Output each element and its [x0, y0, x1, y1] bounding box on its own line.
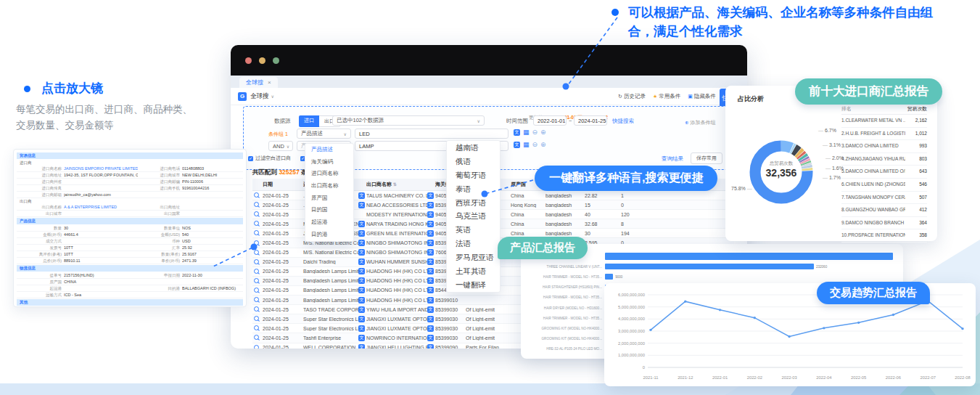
datasource-select[interactable]: 已选中102个数据源 ∨	[332, 115, 485, 126]
translate-icon[interactable]: 文	[358, 202, 366, 208]
hide-conditions-button[interactable]: ▣隐藏条件	[688, 93, 716, 100]
quick-search-link[interactable]: 快捷搜索	[612, 118, 634, 125]
magnifier-icon[interactable]	[252, 306, 263, 312]
language-option-item[interactable]: 葡萄牙语	[447, 168, 500, 182]
language-option-item[interactable]: 土耳其语	[447, 264, 500, 278]
field-option-item[interactable]: 出口商名称	[305, 180, 353, 192]
favorite-conditions-button[interactable]: ★常用条件	[653, 93, 680, 100]
magnifier-icon[interactable]	[252, 221, 263, 227]
translate-icon[interactable]: 文	[358, 277, 366, 284]
ranking-row[interactable]: 7.TANGSHAN MONOPY CERA...507	[841, 192, 927, 205]
translate-icon[interactable]: 文	[358, 344, 366, 349]
translate-icon[interactable]: 文	[427, 316, 435, 322]
magnifier-icon[interactable]	[252, 211, 263, 217]
language-option-item[interactable]: 一键翻译	[447, 278, 500, 292]
field-option-item[interactable]: 目的国	[305, 204, 353, 216]
add-condition-group-button[interactable]: ⊕ 添加条件组	[685, 119, 716, 126]
translate-icon[interactable]: 文	[358, 249, 366, 256]
field-option-item[interactable]: 起运港	[305, 216, 353, 229]
remove-condition-icon[interactable]: ⊖	[532, 129, 538, 136]
language-option-item[interactable]: 越南语	[447, 141, 500, 155]
translate-icon[interactable]: 文	[427, 335, 435, 341]
field-option-item[interactable]: 原产国	[305, 192, 353, 205]
language-option-item[interactable]: 法语	[447, 237, 500, 251]
translate-icon[interactable]: 文	[427, 192, 435, 199]
translate-icon[interactable]: 文	[358, 192, 366, 199]
translate-icon[interactable]: 文	[427, 230, 435, 237]
ranking-row[interactable]: 2.H.U.B. FREIGHT & LOGISTI...1,012	[841, 128, 927, 141]
grid-icon[interactable]: ▦	[523, 129, 530, 136]
minimize-window-icon[interactable]	[259, 57, 265, 64]
translate-icon[interactable]: 文	[427, 268, 435, 274]
translate-icon[interactable]: 文	[427, 287, 435, 293]
translate-icon[interactable]: 文	[427, 258, 435, 265]
add-condition-icon[interactable]: ⊕	[540, 142, 546, 148]
magnifier-icon[interactable]	[252, 250, 263, 256]
translate-icon[interactable]: 文	[427, 277, 435, 284]
translate-icon[interactable]: 文	[358, 287, 366, 293]
magnifier-icon[interactable]	[252, 278, 263, 284]
magnifier-icon[interactable]	[252, 345, 263, 349]
translate-icon[interactable]: 文	[358, 221, 366, 227]
ranking-row[interactable]: 3.DAMCO CHINA LIMITED993	[841, 140, 927, 153]
data-point[interactable]	[684, 300, 686, 302]
tab-global-search[interactable]: 全球搜 ×	[239, 77, 278, 88]
magnifier-icon[interactable]	[252, 316, 263, 322]
magnifier-icon[interactable]	[252, 269, 263, 274]
keyword-input-1[interactable]: LED	[355, 129, 508, 139]
data-point[interactable]	[892, 314, 894, 316]
translate-icon[interactable]: 文	[358, 325, 366, 332]
magnifier-icon[interactable]	[252, 325, 263, 331]
remove-condition-icon[interactable]: ⊖	[532, 142, 538, 148]
save-favorite-button[interactable]: 保存常用	[691, 152, 722, 164]
field-option-item[interactable]: 产品描述	[305, 144, 353, 156]
close-window-icon[interactable]	[245, 57, 252, 64]
date-from-input[interactable]: 2022-01-01	[533, 115, 567, 126]
language-option-item[interactable]: 西班牙语	[447, 196, 500, 210]
ranking-row[interactable]: 6.CHIEN LUEN IND (ZHONGS...546	[841, 179, 927, 192]
bar[interactable]	[605, 274, 613, 280]
translate-icon[interactable]: 文	[514, 142, 520, 148]
query-results-link[interactable]: 查询结果	[662, 155, 683, 163]
magnifier-icon[interactable]	[252, 259, 263, 265]
magnifier-icon[interactable]	[252, 240, 263, 246]
translate-icon[interactable]: 文	[358, 297, 366, 304]
history-button[interactable]: ↻历史记录	[618, 93, 646, 100]
magnifier-icon[interactable]	[252, 202, 263, 208]
add-condition-icon[interactable]: ⊕	[540, 129, 546, 136]
ranking-row[interactable]: 8.GUANGZHOU WANBAO GR...412	[841, 204, 927, 217]
translate-icon[interactable]: 文	[514, 129, 520, 136]
data-point[interactable]	[788, 335, 790, 338]
sort-icon[interactable]: ⇅	[392, 182, 397, 187]
translate-icon[interactable]: 文	[358, 316, 366, 322]
close-tab-icon[interactable]: ×	[268, 79, 271, 86]
translate-icon[interactable]: 文	[427, 249, 435, 256]
magnifier-icon[interactable]	[252, 297, 263, 303]
data-point[interactable]	[754, 317, 756, 319]
bar[interactable]	[605, 264, 814, 269]
filter-blank-importer-checkbox[interactable]: ✓ 过滤空白进口商	[248, 155, 291, 162]
translate-icon[interactable]: 文	[358, 230, 366, 237]
logic-operator-select[interactable]: AND∨	[268, 141, 293, 151]
field-option-item[interactable]: 目的港	[305, 229, 353, 241]
field-option-item[interactable]: 海关编码	[305, 156, 353, 168]
ranking-row[interactable]: 4.ZHANGJIAGANG YIHUA RU...803	[841, 153, 927, 166]
date-to-input[interactable]: 2024-01-25	[574, 115, 607, 126]
translate-icon[interactable]: 文	[427, 202, 435, 208]
translate-icon[interactable]: 文	[427, 344, 435, 349]
ranking-row[interactable]: 5.DAMCO CHINA LIMITED O/B643	[841, 166, 927, 179]
translate-icon[interactable]: 文	[358, 306, 366, 313]
language-option-item[interactable]: 泰语	[447, 182, 500, 196]
language-option-item[interactable]: 乌克兰语	[447, 209, 500, 223]
ranking-row[interactable]: 10.PROSPACE INTERNATIONA...358	[841, 229, 927, 243]
language-option-item[interactable]: 英语	[447, 223, 500, 237]
magnifier-icon[interactable]	[252, 192, 263, 198]
language-option-item[interactable]: 罗马尼亚语	[447, 251, 500, 264]
field-option-item[interactable]: 进口商名称	[305, 168, 353, 180]
data-point[interactable]	[719, 309, 721, 311]
ranking-row[interactable]: 1.CLEARWATER METAL VN ...2,162	[841, 115, 927, 128]
magnifier-icon[interactable]	[252, 335, 263, 341]
data-point[interactable]	[649, 329, 651, 331]
ranking-row[interactable]: 9.DAMCO NINGBO BRANCH364	[841, 217, 927, 230]
bar[interactable]	[605, 253, 893, 260]
